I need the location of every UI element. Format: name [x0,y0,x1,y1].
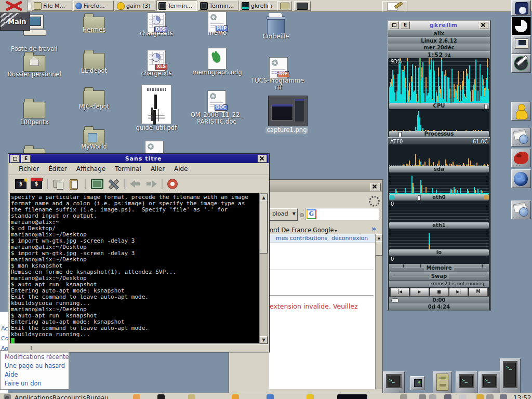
notes-icon[interactable] [382,1,407,12]
window-e-button[interactable]: E [401,21,410,29]
checker-icon[interactable] [459,394,467,399]
pie-icon[interactable] [511,17,531,35]
paste-icon[interactable] [69,179,80,189]
fit-screen-icon[interactable] [91,179,103,189]
settings-icon[interactable] [108,179,119,189]
taskbar-button-0[interactable]: File M... [32,1,72,11]
buddy-icon[interactable]: . . . [511,102,531,121]
desktop-icon-ll-depot[interactable]: LL-depot [65,49,123,70]
bookmark-google[interactable]: Google [313,227,337,234]
drawer-icon[interactable] [277,1,292,11]
new-session-icon[interactable]: $ [15,179,26,189]
person-icon[interactable] [133,394,140,399]
wiki-link-0[interactable]: Modifications récentes [5,353,69,361]
panel-menu-bureau[interactable]: Bureau [86,394,109,399]
media-button-2[interactable]: ■ [430,288,449,297]
terminal-screen[interactable]: specify a particular image format, prece… [10,193,260,343]
taskbar-button-1[interactable]: Firefo... [73,1,114,11]
forward-icon[interactable] [145,179,157,189]
plug-icon[interactable] [429,394,436,399]
screen-icon[interactable] [294,1,311,11]
terminal-dock-tile[interactable] [456,371,477,394]
warning-icon[interactable] [307,394,314,399]
taskbar-button-4[interactable]: Termin... [198,1,238,11]
panel-menu-applications[interactable]: Applications [15,394,52,399]
menu-terminal[interactable]: Terminal [110,164,146,174]
taskbar-button-2[interactable]: gaim (3) [115,1,155,11]
desktop-icon-hermes[interactable]: Hermes [65,12,123,33]
media-button-3[interactable]: ▶| [449,288,468,297]
app-tile-icon[interactable] [511,0,531,16]
desktop-icon-om-2006-11-22-[interactable]: DOCOM_2006_11_22_ PARISTIC.doc [188,90,245,112]
desktop-icon-mjc-depot[interactable]: MJC-depot [65,86,123,107]
monitor-icon[interactable]: . . . [511,35,531,54]
copy-icon[interactable] [53,179,64,189]
desktop-icon-charge-ods[interactable]: DOScharge.ods [128,12,185,34]
taskbar-handle[interactable] [28,1,31,10]
back-icon[interactable] [130,179,141,189]
window-e-button[interactable]: E [21,155,31,163]
scroll-up-icon[interactable]: ▲ [376,234,382,242]
wiki-link-fragment[interactable]: Co [1,335,8,342]
keyboard-icon[interactable] [486,394,494,399]
desktop-icon-myworld[interactable]: MyWorld [65,125,123,146]
terminal-titlebar[interactable]: E Sans titre [9,154,269,163]
windows-icon[interactable] [444,394,451,399]
desktop-icon-charge-xls[interactable]: XLScharge.xls [128,50,185,72]
blob-icon[interactable] [400,394,407,399]
wiki-link-2[interactable]: Aide [5,371,18,378]
xkill-icon[interactable] [0,0,28,12]
gold-icon[interactable] [476,394,484,399]
bookmark-nord-de-france[interactable]: ord De France [270,227,311,234]
desktop-icon-guide-util-pdf[interactable]: guide_util.pdf [128,85,185,124]
browser-close-button[interactable] [370,183,381,191]
news-icon[interactable]: . . . [511,201,531,219]
media-button-4[interactable]: M [469,288,488,297]
wiki-link-1[interactable]: Une page au hasard [5,362,65,369]
gkrellm-titlebar[interactable]: E gkrellm [388,21,490,30]
bookmarks-overflow-chevron[interactable]: » [371,224,376,233]
google-search-input[interactable]: G [305,208,379,220]
wiki-link-fragment[interactable]: Ac [1,325,8,332]
envelope-icon[interactable] [188,394,195,399]
swap-meter[interactable]: Swap [389,272,489,280]
speaker-icon[interactable] [419,394,426,399]
terminal-scrollbar[interactable]: ▲ ▼ [259,193,268,344]
audio-scope-icon[interactable] [337,394,367,399]
taskbar-button-3[interactable]: Termin... [156,1,197,11]
terminal-close-button[interactable] [258,155,267,163]
gnome-foot-icon[interactable] [4,394,11,399]
memory-meter[interactable]: Mémoire [389,264,489,272]
radio-dot[interactable] [300,213,304,217]
gkrellm-close-button[interactable] [479,21,488,29]
desktop-icon-dossier-personnel[interactable]: Dossier personnel [6,51,63,72]
desktop-icon-tucs-programme-[interactable]: RTFTUCS-Programme. rtf [250,57,307,79]
menu-affichage[interactable]: Affichage [72,164,110,174]
help-icon[interactable] [168,179,177,189]
scroll-thumb[interactable] [376,241,382,256]
link-mes-contributions[interactable]: mes contributions [276,235,327,242]
terminal-dock-tile[interactable] [500,358,521,394]
window-menu-button[interactable] [390,21,399,29]
link-deconnexion[interactable]: déconnexion [331,235,368,242]
media-button-0[interactable]: |◀ [390,288,409,297]
browser-scrollbar[interactable]: ▲ [375,234,382,389]
mini-app-dock-tile[interactable] [410,376,424,390]
mozilla-icon[interactable]: . . . [511,149,531,167]
upload-dropdown[interactable]: pload▼ [270,208,298,221]
terminal-dock-tile[interactable] [383,371,405,394]
globe-icon[interactable] [267,394,274,399]
desktop-icon-memograph-odg[interactable]: memograph.odg [189,48,246,70]
window-menu-button[interactable] [10,155,20,163]
menu-fichier[interactable]: Fichier [14,164,44,174]
media-button-1[interactable]: ▶ [410,288,429,297]
wiki-link-3[interactable]: Faire un don [5,380,42,387]
news-icon[interactable]: . . . [511,128,531,147]
desktop-icon-capture1-png[interactable]: capture1.png [259,96,316,126]
desktop-icon-corbeille[interactable]: Corbeille [247,15,304,36]
desktop-icon-memo[interactable]: PHPmemo [189,11,246,33]
cabinet-dock-tile[interactable] [433,371,452,394]
terminal-dock-tile[interactable] [478,371,500,394]
panel-menu-raccourcis[interactable]: Raccourcis [52,394,86,399]
menu-aide[interactable]: Aide [169,164,193,174]
